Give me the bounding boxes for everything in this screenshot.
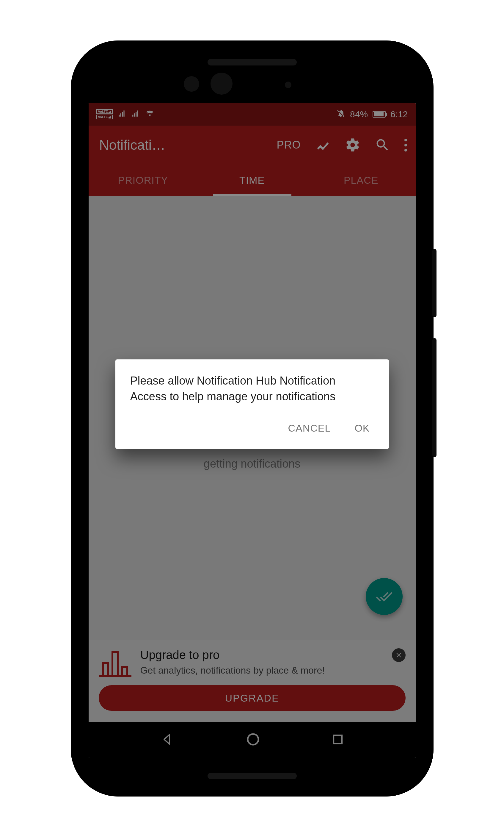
dialog-cancel-button[interactable]: CANCEL	[285, 418, 334, 439]
permission-dialog: Please allow Notification Hub Notificati…	[115, 359, 389, 449]
phone-frame: VoLTE VoLTE 84% 6:12	[71, 40, 433, 797]
front-camera	[210, 73, 232, 95]
bottom-speaker	[208, 773, 297, 779]
screen: VoLTE VoLTE 84% 6:12	[89, 103, 416, 758]
sensor-dot-small	[285, 82, 292, 88]
earpiece	[208, 59, 297, 66]
side-button-top	[432, 249, 436, 317]
side-button-bottom	[432, 338, 436, 457]
dialog-ok-button[interactable]: OK	[352, 418, 373, 439]
dialog-message: Please allow Notification Hub Notificati…	[130, 373, 374, 405]
sensor-dot	[184, 76, 199, 92]
